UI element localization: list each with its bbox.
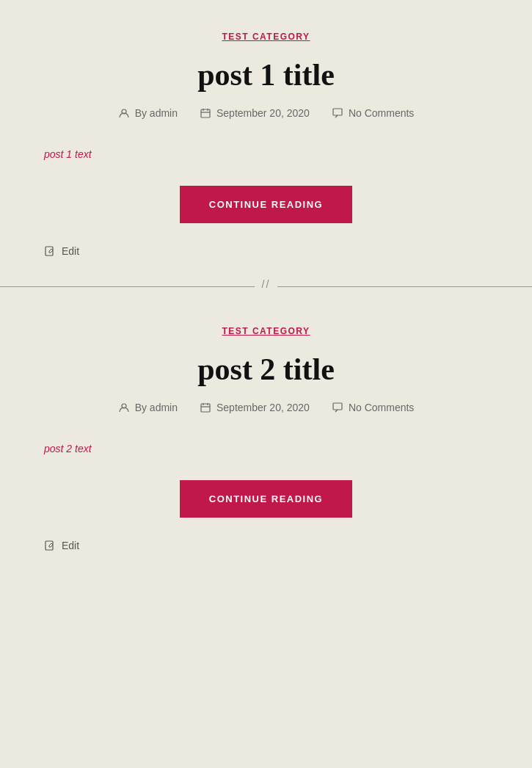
post-1-author-meta: By admin bbox=[118, 107, 178, 119]
svg-rect-12 bbox=[333, 403, 342, 410]
post-2-author-meta: By admin bbox=[118, 402, 178, 413]
post-2-date: September 20, 2020 bbox=[216, 402, 310, 413]
post-2-continue-reading-button[interactable]: CONTINUE READING bbox=[180, 480, 352, 518]
post-1-category-link[interactable]: TEST CATEGORY bbox=[222, 32, 310, 42]
calendar-icon-2 bbox=[200, 402, 211, 413]
post-2-edit-label[interactable]: Edit bbox=[62, 540, 79, 551]
post-2-title: post 2 title bbox=[44, 352, 488, 387]
post-2-edit: Edit bbox=[44, 540, 488, 551]
post-1-comments-meta: No Comments bbox=[332, 107, 414, 119]
svg-rect-8 bbox=[201, 404, 210, 412]
post-1-date-meta: September 20, 2020 bbox=[200, 107, 310, 119]
post-1-excerpt: post 1 text bbox=[44, 148, 488, 160]
author-icon-2 bbox=[118, 402, 130, 413]
post-2-category-link[interactable]: TEST CATEGORY bbox=[222, 326, 310, 336]
post-article-2: TEST CATEGORY post 2 title By admin bbox=[0, 294, 532, 573]
post-1-author: By admin bbox=[135, 107, 178, 119]
svg-rect-5 bbox=[333, 109, 342, 115]
post-1-continue-reading-button[interactable]: CONTINUE READING bbox=[180, 186, 352, 223]
post-1-edit: Edit bbox=[44, 245, 488, 257]
post-1-meta: By admin September 20, 2020 No Comment bbox=[44, 107, 488, 119]
edit-icon-2 bbox=[44, 540, 56, 551]
comment-icon bbox=[332, 107, 343, 119]
post-2-comments: No Comments bbox=[349, 402, 414, 413]
comment-icon-2 bbox=[332, 402, 343, 413]
author-icon bbox=[118, 107, 130, 119]
post-article-1: TEST CATEGORY post 1 title By admin bbox=[0, 0, 532, 279]
post-1-title: post 1 title bbox=[44, 57, 488, 93]
calendar-icon bbox=[200, 107, 211, 119]
post-1-date: September 20, 2020 bbox=[216, 107, 310, 119]
post-2-comments-meta: No Comments bbox=[332, 402, 414, 413]
post-1-comments: No Comments bbox=[349, 107, 414, 119]
post-2-meta: By admin September 20, 2020 No Comment bbox=[44, 402, 488, 413]
post-2-category: TEST CATEGORY bbox=[44, 324, 488, 337]
svg-rect-1 bbox=[201, 109, 210, 117]
edit-icon-1 bbox=[44, 245, 56, 257]
post-2-date-meta: September 20, 2020 bbox=[200, 402, 310, 413]
posts-divider: // bbox=[0, 286, 532, 287]
post-2-excerpt: post 2 text bbox=[44, 443, 488, 454]
post-1-edit-label[interactable]: Edit bbox=[62, 245, 79, 257]
post-2-author: By admin bbox=[135, 402, 178, 413]
divider-symbol: // bbox=[255, 278, 278, 290]
post-1-category: TEST CATEGORY bbox=[44, 29, 488, 43]
